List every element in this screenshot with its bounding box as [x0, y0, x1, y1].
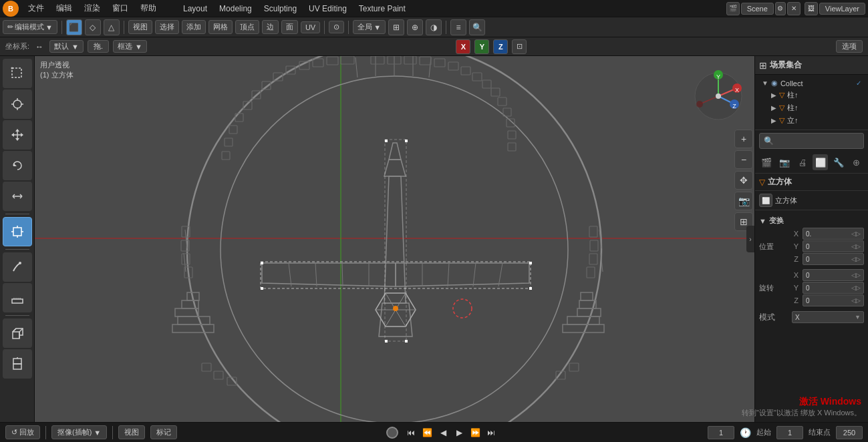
menu-render[interactable]: 渲染 — [79, 1, 106, 15]
axis-x-btn[interactable]: X — [456, 39, 470, 54]
mesh-menu[interactable]: 网格 — [208, 20, 233, 34]
search-btn[interactable]: 🔍 — [469, 19, 485, 35]
select-mode-vert[interactable]: ⬛ — [66, 19, 82, 35]
rotate-tool-btn[interactable] — [3, 151, 32, 180]
step-forward-btn[interactable]: ⏩ — [468, 425, 482, 440]
svg-rect-66 — [589, 226, 597, 237]
mode-input[interactable]: X ▼ — [792, 311, 864, 323]
rot-z-input[interactable]: 0 ◁▷ — [803, 294, 864, 306]
svg-rect-52 — [388, 56, 401, 64]
svg-marker-103 — [262, 263, 396, 286]
keyframe-btn[interactable]: 抠像(插帧) ▼ — [51, 425, 107, 439]
view-menu[interactable]: 视图 — [128, 20, 152, 34]
camera-btn[interactable]: 📷 — [734, 192, 753, 210]
marker-btn[interactable]: 标记 — [150, 425, 177, 439]
annotate-tool-btn[interactable] — [3, 252, 32, 282]
tool-separator-3 — [5, 315, 29, 316]
tree-item-cyl1[interactable]: ▶ ▽ 柱↑ — [768, 89, 864, 101]
mode-selector[interactable]: ✏ 编辑模式 ▼ — [3, 20, 57, 34]
normal-axis-btn[interactable]: ⊡ — [512, 39, 527, 54]
scale-tool-btn[interactable] — [3, 182, 32, 211]
collect-check: ✓ — [856, 79, 861, 87]
select-mode-edge[interactable]: ◇ — [85, 19, 101, 35]
extrude-tool-btn[interactable] — [3, 349, 32, 379]
tab-render[interactable]: 📷 — [777, 154, 792, 170]
scene-selector[interactable]: Scene — [741, 3, 774, 15]
viewlayer-selector[interactable]: ViewLayer — [819, 3, 865, 15]
zoom-in-btn[interactable]: + — [734, 130, 753, 148]
select-dropdown[interactable]: 框选 ▼ — [113, 40, 147, 53]
panel-search-bar[interactable]: 🔍 — [759, 133, 864, 149]
current-frame-field[interactable]: 1 — [708, 426, 734, 439]
menu-help[interactable]: 帮助 — [135, 1, 162, 15]
uv-menu[interactable]: UV — [301, 21, 320, 33]
scene-close[interactable]: ✕ — [787, 2, 801, 15]
axis-y-btn[interactable]: Y — [474, 39, 489, 54]
edge-menu[interactable]: 边 — [262, 20, 279, 34]
move-tool-btn[interactable] — [3, 120, 32, 150]
axis-z-btn[interactable]: Z — [493, 39, 508, 54]
menu-window[interactable]: 窗口 — [107, 1, 134, 15]
jump-end-btn[interactable]: ⏭ — [484, 425, 498, 440]
rot-y-input[interactable]: 0 ◁▷ — [803, 282, 864, 294]
pos-x-label: X — [789, 230, 799, 238]
menu-edit[interactable]: 编辑 — [51, 1, 78, 15]
viewport[interactable]: 用户透视 (1) 立方体 X Y Z — [35, 56, 754, 422]
tab-output[interactable]: 🖨 — [795, 154, 811, 170]
tree-item-cyl2[interactable]: ▶ ▽ 柱↑ — [768, 101, 864, 114]
snapping-btn[interactable]: ⊞ — [388, 19, 404, 35]
workspace-sculpting[interactable]: Sculpting — [259, 3, 302, 15]
tab-scene[interactable]: 🎬 — [759, 154, 774, 170]
face-menu[interactable]: 面 — [281, 20, 298, 34]
step-back-btn[interactable]: ⏪ — [420, 425, 434, 440]
panel-collapse-btn[interactable]: › — [746, 226, 754, 252]
tab-material[interactable]: ⊕ — [849, 154, 864, 170]
tab-modifier[interactable]: 🔧 — [831, 154, 846, 170]
pos-y-input[interactable]: 0 ◁▷ — [803, 240, 864, 252]
global-selector[interactable]: 全局 ▼ — [353, 20, 386, 34]
select-box-tool[interactable] — [3, 59, 32, 88]
header-btn[interactable]: ≡ — [450, 19, 466, 35]
object-icon: ▽ — [759, 178, 765, 187]
jump-start-btn[interactable]: ⏮ — [404, 425, 418, 440]
scene-tools[interactable]: ⚙ — [775, 2, 786, 15]
options-btn[interactable]: 选项 — [836, 40, 863, 53]
coord-dropdown[interactable]: 默认 ▼ — [49, 40, 84, 53]
overlay-btn[interactable]: ⊕ — [407, 19, 423, 35]
vertex-menu[interactable]: 顶点 — [235, 20, 259, 34]
play-btn[interactable]: ▶ — [452, 425, 466, 440]
workspace-layout[interactable]: Layout — [178, 3, 212, 15]
zoom-out-btn[interactable]: − — [734, 150, 753, 169]
start-frame-field[interactable]: 1 — [776, 426, 803, 439]
top-menu-bar: B 文件 编辑 渲染 窗口 帮助 Layout Modeling Sculpti… — [0, 0, 868, 17]
view-btn[interactable]: 视图 — [118, 425, 145, 439]
add-menu[interactable]: 添加 — [182, 20, 206, 34]
undo-btn[interactable]: ↺ 回放 — [5, 425, 40, 439]
proportional-icon[interactable]: ⊙ — [329, 21, 344, 33]
tree-item-cube[interactable]: ▶ ▽ 立↑ — [768, 114, 864, 127]
workspace-modeling[interactable]: Modeling — [214, 3, 257, 15]
add-cube-tool-btn[interactable] — [3, 318, 32, 348]
measure-tool-btn[interactable] — [3, 283, 32, 312]
play-reverse-btn[interactable]: ◀ — [436, 425, 450, 440]
transform-tool-btn[interactable] — [3, 217, 32, 246]
pos-z-input[interactable]: 0 ◁▷ — [803, 253, 864, 265]
workspace-uv-editing[interactable]: UV Editing — [303, 3, 352, 15]
cursor-tool-btn[interactable] — [3, 89, 32, 119]
sub-toolbar: 坐标系: ↔ 默认 ▼ 拖. 框选 ▼ X Y Z ⊡ 选项 — [0, 37, 868, 56]
select-mode-face[interactable]: △ — [104, 19, 120, 35]
menu-file[interactable]: 文件 — [23, 1, 49, 15]
viewport-gizmo[interactable]: X Y Z — [692, 69, 745, 123]
svg-point-2 — [13, 100, 21, 108]
pos-x-input[interactable]: 0. ◁▷ — [803, 228, 864, 240]
drag-btn[interactable]: 拖. — [88, 40, 109, 53]
select-menu[interactable]: 选择 — [155, 20, 179, 34]
rot-x-input[interactable]: 0 ◁▷ — [803, 269, 864, 281]
workspace-texture-paint[interactable]: Texture Paint — [353, 3, 411, 15]
tab-object[interactable]: ⬜ — [813, 154, 828, 170]
tree-item-collect[interactable]: ▼ ◉ Collect ✓ — [759, 77, 864, 89]
search-input[interactable] — [776, 137, 859, 145]
end-frame-field[interactable]: 250 — [836, 426, 863, 439]
pan-btn[interactable]: ✥ — [734, 171, 753, 190]
shading-btn[interactable]: ◑ — [426, 19, 442, 35]
